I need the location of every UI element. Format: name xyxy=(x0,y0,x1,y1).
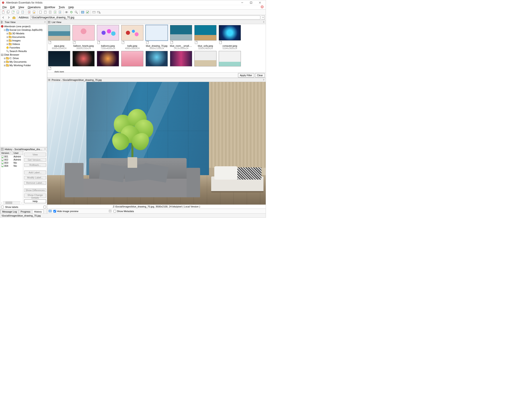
toolbar-mail-icon[interactable] xyxy=(92,10,96,14)
history-footer-checkbox2[interactable] xyxy=(43,206,46,208)
thumbnail[interactable]: aqua.jpeg6000x3334x24 xyxy=(48,25,71,50)
toolbar-copy-icon[interactable] xyxy=(6,10,10,14)
thumbnail[interactable]: blue_drawing_70.jpg3500x2100x24 xyxy=(145,25,168,50)
close-button[interactable] xyxy=(255,0,264,5)
thumbnail[interactable]: dark.jpeg8000x4500x24 xyxy=(48,51,71,72)
minimize-button[interactable] xyxy=(238,0,247,5)
nav-back-icon[interactable] xyxy=(1,15,6,20)
menu-workflow[interactable]: Workflow xyxy=(43,5,57,9)
show-metadata-checkbox[interactable] xyxy=(114,210,116,213)
toolbar-doc4-icon[interactable] xyxy=(43,10,48,14)
thumbnail[interactable] xyxy=(72,51,95,72)
toolbar-search-icon[interactable] xyxy=(74,10,78,14)
panel-arrow-icon[interactable] xyxy=(44,21,46,23)
tab-progress[interactable]: Progress xyxy=(19,210,32,213)
hide-preview-checkbox[interactable] xyxy=(54,210,56,213)
thumbnail[interactable] xyxy=(169,51,192,72)
history-helpbutton[interactable]: Help xyxy=(24,199,46,203)
toolbar-refresh-icon[interactable] xyxy=(69,10,74,14)
thumbnail[interactable]: computer.jpeg5164x2905x24 xyxy=(218,25,241,50)
thumbnail[interactable]: blue_room__small.jpg2413x1609x24 xyxy=(169,25,192,50)
thumbnail[interactable]: balloon_hearts.jpeg3000x2250x24 xyxy=(72,25,95,50)
toolbar-doc3-icon[interactable] xyxy=(38,10,43,14)
tree-drive[interactable]: ⊞C: Drive xyxy=(1,56,46,60)
tab-message-log[interactable]: Message Log xyxy=(0,210,19,213)
menu-file[interactable]: File xyxy=(1,5,8,9)
history-remove-label-button[interactable]: Remove Label... xyxy=(24,181,46,185)
tree-disk-browser[interactable]: Disk Browser xyxy=(1,53,46,56)
history-modify-label-button[interactable]: Modify Label... xyxy=(24,176,46,180)
tree-drive[interactable]: ⊞My Working Folder xyxy=(1,64,46,67)
preview-image[interactable] xyxy=(47,82,266,205)
tree-favorites[interactable]: Favorites xyxy=(1,46,46,49)
toolbar-check-icon[interactable] xyxy=(85,10,90,14)
svg-point-7 xyxy=(262,7,263,7)
menu-view[interactable]: View xyxy=(17,5,26,9)
thumbnail[interactable] xyxy=(145,51,168,72)
toolbar-image-icon[interactable] xyxy=(80,10,85,14)
address-input[interactable] xyxy=(30,15,260,20)
menu-help[interactable]: Help xyxy=(67,5,76,9)
toolbar-new-icon[interactable] xyxy=(1,10,6,14)
history-viewbutton[interactable]: View xyxy=(24,153,46,157)
toolbar-mail-search-icon[interactable] xyxy=(97,10,101,14)
thumbnail[interactable] xyxy=(121,51,144,72)
history-row[interactable]: 003Nic xyxy=(0,161,23,164)
thumbnail[interactable]: blue_sofa.jpeg3200x2400x24 xyxy=(194,25,217,50)
thumbnail-grid[interactable]: aqua.jpeg6000x3334x24balloon_hearts.jpeg… xyxy=(47,24,266,72)
history-get-version-button[interactable]: Get Version... xyxy=(24,158,46,162)
tree-root[interactable]: Alienbrain (one project) xyxy=(1,25,46,28)
toolbar-doc2-icon[interactable] xyxy=(21,10,25,14)
tree-folder[interactable]: ⊞Documents xyxy=(1,35,46,39)
tree-search[interactable]: Search Results xyxy=(1,49,46,53)
history-title: History - Social/Images/blue_drawing_70.… xyxy=(5,148,44,150)
svg-rect-43 xyxy=(1,22,2,23)
nav-forward-icon[interactable] xyxy=(7,15,11,20)
tree-folder[interactable]: ⊞Videos xyxy=(1,42,46,46)
tree-folder[interactable]: ⊞Images xyxy=(1,39,46,42)
toolbar-doc7-icon[interactable] xyxy=(58,10,62,14)
panel-arrow-icon[interactable] xyxy=(44,148,46,150)
svg-rect-41 xyxy=(13,17,15,19)
history-table[interactable]: Version User 001Admini002Admini003Nic004… xyxy=(0,151,23,205)
history-hscroll[interactable] xyxy=(3,201,20,204)
tree-drive[interactable]: ⊞My Documents xyxy=(1,60,46,64)
history-add-label-button[interactable]: Add Label... xyxy=(24,171,46,174)
show-labels-checkbox[interactable] xyxy=(1,206,4,208)
tree-folder[interactable]: ⊞3D Models xyxy=(1,32,46,35)
thumbnail[interactable] xyxy=(96,51,119,72)
toolbar-doc1-icon[interactable] xyxy=(16,10,20,14)
maximize-button[interactable] xyxy=(247,0,255,5)
toolbar-eye-icon[interactable] xyxy=(64,10,69,14)
history-row[interactable]: 002Admini xyxy=(0,158,23,161)
nav-up-icon[interactable] xyxy=(12,15,16,20)
history-show-change-detailsbutton[interactable]: Show Change Details xyxy=(24,194,46,198)
history-show-differencesbutton[interactable]: Show Differences xyxy=(24,188,46,192)
apply-filter-button[interactable]: Apply Filter xyxy=(238,73,254,77)
clear-filter-button[interactable]: Clear xyxy=(255,73,265,77)
tab-history[interactable]: History xyxy=(32,210,44,213)
history-rollback-button[interactable]: Rollback... xyxy=(24,163,46,167)
thumbnail[interactable]: balloons.jpeg7200x4050x24 xyxy=(96,25,119,50)
menu-edit[interactable]: Edit xyxy=(8,5,17,9)
toolbar-paste-icon[interactable] xyxy=(11,10,15,14)
thumbnail[interactable] xyxy=(194,51,217,72)
toolbar-cut-icon[interactable] xyxy=(27,10,31,14)
svg-rect-23 xyxy=(49,11,51,14)
address-dropdown-icon[interactable] xyxy=(261,15,265,20)
history-row[interactable]: 001Admini xyxy=(0,155,23,158)
menu-tools[interactable]: Tools xyxy=(57,5,67,9)
menu-operations[interactable]: Operations xyxy=(26,5,43,9)
panel-arrow-icon[interactable] xyxy=(263,21,265,23)
thumbnail[interactable] xyxy=(218,51,241,72)
toolbar-doc5-icon[interactable] xyxy=(48,10,53,14)
history-row[interactable]: 004Nic xyxy=(0,164,23,167)
panel-arrow-icon[interactable] xyxy=(263,79,265,81)
tree-project[interactable]: ⊟ Social (on Desktop-3q65o39) xyxy=(1,28,46,32)
toolbar-lock-icon[interactable] xyxy=(32,10,36,14)
tree-view-title: Tree View xyxy=(5,21,44,23)
toolbar-doc6-icon[interactable] xyxy=(53,10,57,14)
tree-view[interactable]: Alienbrain (one project) ⊟ Social (on De… xyxy=(0,24,47,147)
thumbnail[interactable]: balls.jpeg4000x3000x24 xyxy=(121,25,144,50)
sort-icon[interactable] xyxy=(10,152,12,154)
